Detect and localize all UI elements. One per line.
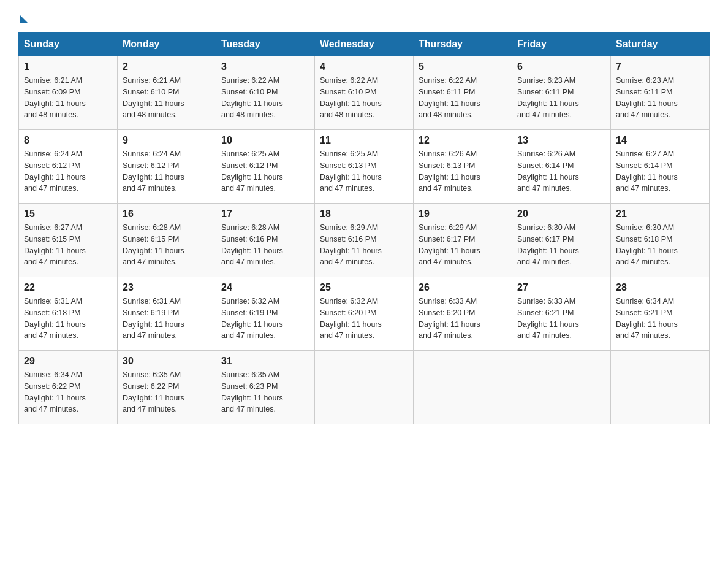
day-number: 5 <box>419 61 507 72</box>
calendar-cell: 20 Sunrise: 6:30 AM Sunset: 6:17 PM Dayl… <box>512 204 611 277</box>
day-info: Sunrise: 6:30 AM Sunset: 6:17 PM Dayligh… <box>517 222 605 268</box>
day-number: 9 <box>123 135 211 146</box>
week-row-3: 15 Sunrise: 6:27 AM Sunset: 6:15 PM Dayl… <box>19 204 710 277</box>
day-info: Sunrise: 6:26 AM Sunset: 6:13 PM Dayligh… <box>419 148 507 194</box>
day-number: 23 <box>123 282 211 293</box>
header-day-saturday: Saturday <box>611 33 710 56</box>
calendar-cell: 8 Sunrise: 6:24 AM Sunset: 6:12 PM Dayli… <box>19 130 118 204</box>
day-info: Sunrise: 6:23 AM Sunset: 6:11 PM Dayligh… <box>616 75 704 121</box>
header-day-tuesday: Tuesday <box>216 33 315 56</box>
calendar-cell: 15 Sunrise: 6:27 AM Sunset: 6:15 PM Dayl… <box>19 204 118 277</box>
calendar-cell: 16 Sunrise: 6:28 AM Sunset: 6:15 PM Dayl… <box>118 204 216 277</box>
day-number: 11 <box>320 135 408 146</box>
calendar-cell: 6 Sunrise: 6:23 AM Sunset: 6:11 PM Dayli… <box>512 56 611 130</box>
calendar-cell: 27 Sunrise: 6:33 AM Sunset: 6:21 PM Dayl… <box>512 277 611 351</box>
day-info: Sunrise: 6:26 AM Sunset: 6:14 PM Dayligh… <box>517 148 605 194</box>
day-number: 14 <box>616 135 704 146</box>
header-day-wednesday: Wednesday <box>315 33 414 56</box>
day-number: 25 <box>320 282 408 293</box>
day-number: 13 <box>517 135 605 146</box>
day-number: 6 <box>517 61 605 72</box>
calendar-cell <box>512 351 611 424</box>
week-row-4: 22 Sunrise: 6:31 AM Sunset: 6:18 PM Dayl… <box>19 277 710 351</box>
day-number: 8 <box>24 135 112 146</box>
day-info: Sunrise: 6:33 AM Sunset: 6:21 PM Dayligh… <box>517 296 605 342</box>
calendar-cell: 14 Sunrise: 6:27 AM Sunset: 6:14 PM Dayl… <box>611 130 710 204</box>
header-day-sunday: Sunday <box>19 33 118 56</box>
day-number: 18 <box>320 209 408 220</box>
day-number: 2 <box>123 61 211 72</box>
page-header <box>18 12 710 20</box>
calendar-cell: 26 Sunrise: 6:33 AM Sunset: 6:20 PM Dayl… <box>414 277 512 351</box>
calendar-cell: 10 Sunrise: 6:25 AM Sunset: 6:12 PM Dayl… <box>216 130 315 204</box>
day-info: Sunrise: 6:23 AM Sunset: 6:11 PM Dayligh… <box>517 75 605 121</box>
day-number: 22 <box>24 282 112 293</box>
logo-general <box>18 12 28 23</box>
calendar-cell: 17 Sunrise: 6:28 AM Sunset: 6:16 PM Dayl… <box>216 204 315 277</box>
day-info: Sunrise: 6:29 AM Sunset: 6:17 PM Dayligh… <box>419 222 507 268</box>
day-number: 26 <box>419 282 507 293</box>
calendar-cell: 3 Sunrise: 6:22 AM Sunset: 6:10 PM Dayli… <box>216 56 315 130</box>
calendar-cell: 5 Sunrise: 6:22 AM Sunset: 6:11 PM Dayli… <box>414 56 512 130</box>
header-day-friday: Friday <box>512 33 611 56</box>
calendar-body: 1 Sunrise: 6:21 AM Sunset: 6:09 PM Dayli… <box>19 56 710 424</box>
calendar-table: SundayMondayTuesdayWednesdayThursdayFrid… <box>18 32 710 424</box>
day-number: 31 <box>221 356 309 367</box>
calendar-cell: 9 Sunrise: 6:24 AM Sunset: 6:12 PM Dayli… <box>118 130 216 204</box>
calendar-cell: 29 Sunrise: 6:34 AM Sunset: 6:22 PM Dayl… <box>19 351 118 424</box>
day-info: Sunrise: 6:35 AM Sunset: 6:23 PM Dayligh… <box>221 369 309 415</box>
day-info: Sunrise: 6:25 AM Sunset: 6:13 PM Dayligh… <box>320 148 408 194</box>
day-info: Sunrise: 6:27 AM Sunset: 6:15 PM Dayligh… <box>24 222 112 268</box>
day-info: Sunrise: 6:27 AM Sunset: 6:14 PM Dayligh… <box>616 148 704 194</box>
day-info: Sunrise: 6:30 AM Sunset: 6:18 PM Dayligh… <box>616 222 704 268</box>
day-info: Sunrise: 6:24 AM Sunset: 6:12 PM Dayligh… <box>123 148 211 194</box>
calendar-cell: 18 Sunrise: 6:29 AM Sunset: 6:16 PM Dayl… <box>315 204 414 277</box>
day-number: 17 <box>221 209 309 220</box>
calendar-cell: 13 Sunrise: 6:26 AM Sunset: 6:14 PM Dayl… <box>512 130 611 204</box>
week-row-2: 8 Sunrise: 6:24 AM Sunset: 6:12 PM Dayli… <box>19 130 710 204</box>
calendar-cell: 31 Sunrise: 6:35 AM Sunset: 6:23 PM Dayl… <box>216 351 315 424</box>
calendar-cell: 21 Sunrise: 6:30 AM Sunset: 6:18 PM Dayl… <box>611 204 710 277</box>
day-number: 20 <box>517 209 605 220</box>
day-number: 28 <box>616 282 704 293</box>
calendar-cell <box>611 351 710 424</box>
calendar-header: SundayMondayTuesdayWednesdayThursdayFrid… <box>19 33 710 56</box>
calendar-cell: 11 Sunrise: 6:25 AM Sunset: 6:13 PM Dayl… <box>315 130 414 204</box>
day-number: 12 <box>419 135 507 146</box>
day-info: Sunrise: 6:29 AM Sunset: 6:16 PM Dayligh… <box>320 222 408 268</box>
header-row: SundayMondayTuesdayWednesdayThursdayFrid… <box>19 33 710 56</box>
header-day-thursday: Thursday <box>414 33 512 56</box>
calendar-cell: 1 Sunrise: 6:21 AM Sunset: 6:09 PM Dayli… <box>19 56 118 130</box>
calendar-cell: 22 Sunrise: 6:31 AM Sunset: 6:18 PM Dayl… <box>19 277 118 351</box>
day-info: Sunrise: 6:28 AM Sunset: 6:15 PM Dayligh… <box>123 222 211 268</box>
day-info: Sunrise: 6:31 AM Sunset: 6:18 PM Dayligh… <box>24 296 112 342</box>
day-number: 15 <box>24 209 112 220</box>
day-info: Sunrise: 6:33 AM Sunset: 6:20 PM Dayligh… <box>419 296 507 342</box>
calendar-cell <box>315 351 414 424</box>
logo <box>18 12 28 20</box>
day-info: Sunrise: 6:22 AM Sunset: 6:10 PM Dayligh… <box>221 75 309 121</box>
calendar-cell: 30 Sunrise: 6:35 AM Sunset: 6:22 PM Dayl… <box>118 351 216 424</box>
day-info: Sunrise: 6:21 AM Sunset: 6:10 PM Dayligh… <box>123 75 211 121</box>
logo-arrow-icon <box>20 15 28 23</box>
day-number: 4 <box>320 61 408 72</box>
day-info: Sunrise: 6:35 AM Sunset: 6:22 PM Dayligh… <box>123 369 211 415</box>
day-info: Sunrise: 6:24 AM Sunset: 6:12 PM Dayligh… <box>24 148 112 194</box>
week-row-1: 1 Sunrise: 6:21 AM Sunset: 6:09 PM Dayli… <box>19 56 710 130</box>
calendar-cell: 24 Sunrise: 6:32 AM Sunset: 6:19 PM Dayl… <box>216 277 315 351</box>
day-number: 19 <box>419 209 507 220</box>
calendar-cell: 4 Sunrise: 6:22 AM Sunset: 6:10 PM Dayli… <box>315 56 414 130</box>
day-info: Sunrise: 6:34 AM Sunset: 6:22 PM Dayligh… <box>24 369 112 415</box>
day-number: 1 <box>24 61 112 72</box>
week-row-5: 29 Sunrise: 6:34 AM Sunset: 6:22 PM Dayl… <box>19 351 710 424</box>
calendar-cell: 12 Sunrise: 6:26 AM Sunset: 6:13 PM Dayl… <box>414 130 512 204</box>
calendar-cell: 28 Sunrise: 6:34 AM Sunset: 6:21 PM Dayl… <box>611 277 710 351</box>
calendar-cell: 25 Sunrise: 6:32 AM Sunset: 6:20 PM Dayl… <box>315 277 414 351</box>
day-info: Sunrise: 6:22 AM Sunset: 6:11 PM Dayligh… <box>419 75 507 121</box>
day-info: Sunrise: 6:32 AM Sunset: 6:20 PM Dayligh… <box>320 296 408 342</box>
day-number: 27 <box>517 282 605 293</box>
day-number: 30 <box>123 356 211 367</box>
day-info: Sunrise: 6:21 AM Sunset: 6:09 PM Dayligh… <box>24 75 112 121</box>
calendar-cell: 7 Sunrise: 6:23 AM Sunset: 6:11 PM Dayli… <box>611 56 710 130</box>
header-day-monday: Monday <box>118 33 216 56</box>
